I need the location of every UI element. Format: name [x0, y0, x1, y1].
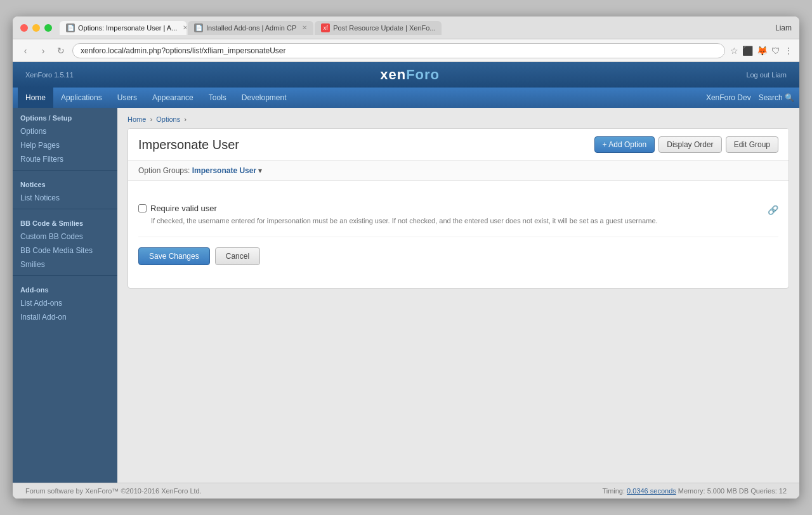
nav-users[interactable]: Users	[110, 88, 145, 108]
tab-icon-3: xf	[321, 23, 330, 32]
sidebar-group-add-ons: Add-ons	[13, 280, 117, 296]
tab-close-3[interactable]: ✕	[442, 24, 442, 31]
sidebar-group-bb-code: BB Code & Smilies	[13, 213, 117, 230]
sidebar-item-list-add-ons[interactable]: List Add-ons	[13, 296, 117, 310]
xf-main-content: Home › Options › Impersonate User + Add …	[117, 108, 799, 483]
sidebar-group-notices: Notices	[13, 174, 117, 191]
dropdown-arrow-icon[interactable]: ▾	[258, 166, 262, 175]
card-header: Impersonate User + Add Option Display Or…	[128, 129, 789, 161]
back-button[interactable]: ‹	[19, 46, 32, 56]
display-order-button[interactable]: Display Order	[658, 136, 721, 153]
nav-appearance[interactable]: Appearance	[145, 88, 201, 108]
option-description: If checked, the username entered for imp…	[151, 216, 760, 226]
xf-logo: xenForo	[380, 67, 440, 83]
xf-footer: Forum software by XenForo™ ©2010-2016 Xe…	[13, 483, 799, 499]
sidebar-group-options-setup: Options / Setup	[13, 108, 117, 124]
option-groups-label: Option Groups:	[138, 166, 190, 175]
logout-link[interactable]: Log out Liam	[746, 71, 787, 79]
nav-tools[interactable]: Tools	[201, 88, 234, 108]
close-button[interactable]	[20, 24, 28, 32]
breadcrumb-options[interactable]: Options	[156, 115, 180, 123]
browser-tab-2[interactable]: 📄 Installed Add-ons | Admin CP ✕	[188, 21, 313, 35]
option-group-name: Impersonate User	[192, 166, 256, 175]
sidebar-item-list-notices[interactable]: List Notices	[13, 191, 117, 205]
menu-icon[interactable]: ⋮	[784, 46, 793, 56]
tab-label-2: Installed Add-ons | Admin CP	[206, 24, 296, 32]
tab-icon-1: 📄	[66, 23, 75, 32]
xf-sidebar: Options / Setup Options Help Pages Route…	[13, 108, 117, 483]
option-edit-icon[interactable]: 🔗	[768, 205, 778, 215]
tab-close-1[interactable]: ✕	[183, 24, 187, 31]
sidebar-item-options[interactable]: Options	[13, 124, 117, 138]
url-input[interactable]	[72, 43, 725, 58]
tab-label-1: Options: Impersonate User | A...	[78, 24, 177, 32]
header-buttons: + Add Option Display Order Edit Group	[594, 136, 778, 153]
extensions-icon[interactable]: ⬛	[742, 46, 753, 56]
browser-tab-1[interactable]: 📄 Options: Impersonate User | A... ✕	[60, 21, 187, 35]
browser-titlebar: 📄 Options: Impersonate User | A... ✕ 📄 I…	[13, 16, 799, 39]
xf-version: XenForo 1.5.11	[25, 71, 74, 79]
traffic-lights	[20, 24, 52, 32]
save-changes-button[interactable]: Save Changes	[138, 247, 210, 265]
xf-main-nav: Home Applications Users Appearance Tools…	[13, 88, 799, 108]
breadcrumb: Home › Options ›	[128, 115, 789, 123]
footer-timing-link[interactable]: 0.0346 seconds	[627, 487, 676, 495]
xf-header: XenForo 1.5.11 xenForo Log out Liam	[13, 62, 799, 88]
bookmark-icon[interactable]: ☆	[730, 46, 738, 56]
nav-right-links: XenForo Dev Search 🔍	[706, 93, 794, 102]
xf-content: Options / Setup Options Help Pages Route…	[13, 108, 799, 483]
nav-home[interactable]: Home	[18, 88, 53, 108]
addon-icon[interactable]: 🦊	[757, 46, 768, 56]
option-label-text: Require valid user	[150, 204, 217, 213]
form-actions: Save Changes Cancel	[138, 237, 778, 275]
page-title: Impersonate User	[138, 138, 239, 152]
refresh-button[interactable]: ↻	[55, 46, 67, 56]
edit-group-button[interactable]: Edit Group	[726, 136, 778, 153]
browser-tab-3[interactable]: xf Post Resource Update | XenFo... ✕	[315, 21, 442, 35]
browser-user: Liam	[775, 23, 792, 32]
shield-icon[interactable]: 🛡	[771, 46, 780, 56]
option-label: Require valid user	[138, 204, 760, 213]
sidebar-divider-2	[13, 209, 117, 209]
card-body: Require valid user If checked, the usern…	[128, 181, 789, 288]
urlbar-actions: ☆ ⬛ 🦊 🛡 ⋮	[730, 46, 793, 56]
require-valid-user-checkbox[interactable]	[138, 204, 147, 212]
content-card: Impersonate User + Add Option Display Or…	[128, 128, 789, 289]
nav-xenforo-dev[interactable]: XenForo Dev	[706, 93, 751, 102]
sidebar-divider-1	[13, 170, 117, 171]
sidebar-item-bb-code-media[interactable]: BB Code Media Sites	[13, 244, 117, 258]
footer-right: Timing: 0.0346 seconds Memory: 5.000 MB …	[602, 487, 787, 495]
nav-applications[interactable]: Applications	[53, 88, 110, 108]
tab-label-3: Post Resource Update | XenFo...	[333, 24, 435, 32]
footer-left: Forum software by XenForo™ ©2010-2016 Xe…	[25, 487, 202, 495]
xenforo-app: XenForo 1.5.11 xenForo Log out Liam Home…	[13, 62, 799, 499]
maximize-button[interactable]	[44, 24, 52, 32]
tab-icon-2: 📄	[194, 23, 203, 32]
browser-tabs: 📄 Options: Impersonate User | A... ✕ 📄 I…	[60, 21, 775, 35]
cancel-button[interactable]: Cancel	[215, 247, 260, 265]
sidebar-divider-3	[13, 275, 117, 276]
option-row-inner: Require valid user If checked, the usern…	[138, 204, 760, 226]
minimize-button[interactable]	[32, 24, 40, 32]
browser-urlbar: ‹ › ↻ ☆ ⬛ 🦊 🛡 ⋮	[13, 39, 799, 62]
nav-items: Home Applications Users Appearance Tools…	[18, 88, 294, 108]
sidebar-item-help-pages[interactable]: Help Pages	[13, 138, 117, 152]
sidebar-item-custom-bb-codes[interactable]: Custom BB Codes	[13, 230, 117, 244]
sidebar-item-install-add-on[interactable]: Install Add-on	[13, 310, 117, 324]
sidebar-item-route-filters[interactable]: Route Filters	[13, 152, 117, 166]
nav-search[interactable]: Search 🔍	[759, 93, 794, 102]
tab-close-2[interactable]: ✕	[302, 24, 307, 31]
breadcrumb-home[interactable]: Home	[128, 115, 146, 123]
add-option-button[interactable]: + Add Option	[594, 136, 655, 153]
option-groups-bar: Option Groups: Impersonate User ▾	[128, 161, 789, 181]
forward-button[interactable]: ›	[37, 46, 49, 56]
sidebar-item-smilies[interactable]: Smilies	[13, 258, 117, 271]
option-row-require-valid-user: Require valid user If checked, the usern…	[138, 193, 778, 237]
nav-development[interactable]: Development	[234, 88, 294, 108]
